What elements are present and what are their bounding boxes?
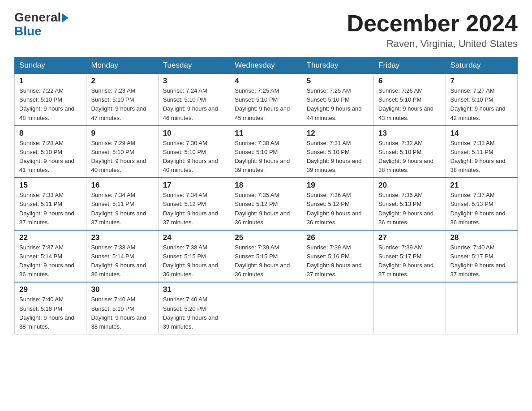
calendar-day-cell: 7Sunrise: 7:27 AMSunset: 5:10 PMDaylight… [446, 74, 517, 126]
day-number: 4 [235, 77, 297, 86]
day-info: Sunrise: 7:40 AMSunset: 5:18 PMDaylight:… [19, 295, 82, 331]
weekday-header-row: SundayMondayTuesdayWednesdayThursdayFrid… [15, 57, 518, 74]
day-info: Sunrise: 7:25 AMSunset: 5:10 PMDaylight:… [307, 86, 369, 123]
day-info: Sunrise: 7:29 AMSunset: 5:10 PMDaylight:… [91, 139, 153, 175]
weekday-header-thursday: Thursday [302, 57, 373, 74]
calendar-day-cell: 11Sunrise: 7:30 AMSunset: 5:10 PMDayligh… [230, 126, 302, 178]
calendar-day-cell: 4Sunrise: 7:25 AMSunset: 5:10 PMDaylight… [230, 74, 302, 126]
calendar-week-row: 8Sunrise: 7:28 AMSunset: 5:10 PMDaylight… [15, 126, 518, 178]
day-number: 1 [19, 77, 82, 86]
day-number: 28 [450, 233, 513, 242]
calendar-day-cell: 5Sunrise: 7:25 AMSunset: 5:10 PMDaylight… [302, 74, 373, 126]
calendar-day-cell: 9Sunrise: 7:29 AMSunset: 5:10 PMDaylight… [86, 126, 158, 178]
day-info: Sunrise: 7:40 AMSunset: 5:19 PMDaylight:… [91, 295, 153, 331]
day-info: Sunrise: 7:24 AMSunset: 5:10 PMDaylight:… [163, 86, 225, 123]
day-number: 12 [307, 129, 369, 138]
day-info: Sunrise: 7:35 AMSunset: 5:12 PMDaylight:… [235, 191, 297, 227]
page-header: General Blue December 2024 Raven, Virgin… [14, 11, 518, 50]
location-title: Raven, Virginia, United States [347, 38, 518, 50]
calendar-day-cell [230, 282, 302, 334]
day-number: 16 [91, 181, 153, 190]
calendar-day-cell [446, 282, 517, 334]
month-title: December 2024 [347, 11, 518, 36]
day-info: Sunrise: 7:37 AMSunset: 5:14 PMDaylight:… [19, 243, 82, 279]
day-info: Sunrise: 7:39 AMSunset: 5:17 PMDaylight:… [378, 243, 441, 279]
day-number: 24 [163, 233, 225, 242]
day-number: 30 [91, 285, 153, 294]
calendar-day-cell: 16Sunrise: 7:34 AMSunset: 5:11 PMDayligh… [86, 178, 158, 230]
day-number: 19 [307, 181, 369, 190]
calendar-day-cell: 19Sunrise: 7:36 AMSunset: 5:12 PMDayligh… [302, 178, 373, 230]
day-number: 10 [163, 129, 225, 138]
calendar-week-row: 15Sunrise: 7:33 AMSunset: 5:11 PMDayligh… [15, 178, 518, 230]
day-info: Sunrise: 7:28 AMSunset: 5:10 PMDaylight:… [19, 139, 82, 175]
calendar-day-cell: 31Sunrise: 7:40 AMSunset: 5:20 PMDayligh… [158, 282, 230, 334]
day-info: Sunrise: 7:23 AMSunset: 5:10 PMDaylight:… [91, 86, 153, 123]
day-number: 7 [450, 77, 513, 86]
calendar-week-row: 22Sunrise: 7:37 AMSunset: 5:14 PMDayligh… [15, 230, 518, 283]
calendar-day-cell: 30Sunrise: 7:40 AMSunset: 5:19 PMDayligh… [86, 282, 158, 334]
day-info: Sunrise: 7:31 AMSunset: 5:10 PMDaylight:… [307, 139, 369, 175]
day-info: Sunrise: 7:25 AMSunset: 5:10 PMDaylight:… [235, 86, 297, 123]
day-number: 31 [163, 285, 225, 294]
calendar-table: SundayMondayTuesdayWednesdayThursdayFrid… [14, 57, 518, 334]
day-info: Sunrise: 7:39 AMSunset: 5:16 PMDaylight:… [307, 243, 369, 279]
day-number: 9 [91, 129, 153, 138]
calendar-day-cell: 25Sunrise: 7:39 AMSunset: 5:15 PMDayligh… [230, 230, 302, 283]
day-number: 15 [19, 181, 82, 190]
weekday-header-tuesday: Tuesday [158, 57, 230, 74]
logo-line2: Blue [14, 25, 42, 39]
calendar-day-cell: 18Sunrise: 7:35 AMSunset: 5:12 PMDayligh… [230, 178, 302, 230]
calendar-day-cell: 12Sunrise: 7:31 AMSunset: 5:10 PMDayligh… [302, 126, 373, 178]
weekday-header-friday: Friday [374, 57, 446, 74]
calendar-week-row: 1Sunrise: 7:22 AMSunset: 5:10 PMDaylight… [15, 74, 518, 126]
day-info: Sunrise: 7:30 AMSunset: 5:10 PMDaylight:… [163, 139, 225, 175]
day-number: 25 [235, 233, 297, 242]
weekday-header-sunday: Sunday [15, 57, 86, 74]
day-info: Sunrise: 7:34 AMSunset: 5:12 PMDaylight:… [163, 191, 225, 227]
day-number: 14 [450, 129, 513, 138]
calendar-day-cell: 3Sunrise: 7:24 AMSunset: 5:10 PMDaylight… [158, 74, 230, 126]
calendar-day-cell: 28Sunrise: 7:40 AMSunset: 5:17 PMDayligh… [446, 230, 517, 283]
day-number: 29 [19, 285, 82, 294]
calendar-day-cell: 13Sunrise: 7:32 AMSunset: 5:10 PMDayligh… [374, 126, 446, 178]
title-block: December 2024 Raven, Virginia, United St… [347, 11, 518, 50]
day-number: 22 [19, 233, 82, 242]
calendar-day-cell: 24Sunrise: 7:38 AMSunset: 5:15 PMDayligh… [158, 230, 230, 283]
day-info: Sunrise: 7:39 AMSunset: 5:15 PMDaylight:… [235, 243, 297, 279]
logo-line1: General [14, 11, 69, 25]
calendar-day-cell: 23Sunrise: 7:38 AMSunset: 5:14 PMDayligh… [86, 230, 158, 283]
calendar-day-cell: 1Sunrise: 7:22 AMSunset: 5:10 PMDaylight… [15, 74, 86, 126]
day-number: 3 [163, 77, 225, 86]
calendar-day-cell: 20Sunrise: 7:36 AMSunset: 5:13 PMDayligh… [374, 178, 446, 230]
day-info: Sunrise: 7:38 AMSunset: 5:14 PMDaylight:… [91, 243, 153, 279]
logo: General Blue [14, 11, 69, 39]
calendar-day-cell: 6Sunrise: 7:26 AMSunset: 5:10 PMDaylight… [374, 74, 446, 126]
day-number: 2 [91, 77, 153, 86]
calendar-week-row: 29Sunrise: 7:40 AMSunset: 5:18 PMDayligh… [15, 282, 518, 334]
calendar-day-cell: 14Sunrise: 7:33 AMSunset: 5:11 PMDayligh… [446, 126, 517, 178]
day-number: 27 [378, 233, 441, 242]
calendar-day-cell: 17Sunrise: 7:34 AMSunset: 5:12 PMDayligh… [158, 178, 230, 230]
day-info: Sunrise: 7:27 AMSunset: 5:10 PMDaylight:… [450, 86, 513, 123]
day-number: 11 [235, 129, 297, 138]
calendar-day-cell: 2Sunrise: 7:23 AMSunset: 5:10 PMDaylight… [86, 74, 158, 126]
weekday-header-monday: Monday [86, 57, 158, 74]
weekday-header-saturday: Saturday [446, 57, 517, 74]
day-info: Sunrise: 7:22 AMSunset: 5:10 PMDaylight:… [19, 86, 82, 123]
day-info: Sunrise: 7:40 AMSunset: 5:17 PMDaylight:… [450, 243, 513, 279]
calendar-day-cell: 15Sunrise: 7:33 AMSunset: 5:11 PMDayligh… [15, 178, 86, 230]
day-info: Sunrise: 7:37 AMSunset: 5:13 PMDaylight:… [450, 191, 513, 227]
calendar-day-cell: 29Sunrise: 7:40 AMSunset: 5:18 PMDayligh… [15, 282, 86, 334]
calendar-day-cell: 8Sunrise: 7:28 AMSunset: 5:10 PMDaylight… [15, 126, 86, 178]
day-number: 8 [19, 129, 82, 138]
day-info: Sunrise: 7:38 AMSunset: 5:15 PMDaylight:… [163, 243, 225, 279]
calendar-day-cell: 10Sunrise: 7:30 AMSunset: 5:10 PMDayligh… [158, 126, 230, 178]
day-info: Sunrise: 7:33 AMSunset: 5:11 PMDaylight:… [450, 139, 513, 175]
day-info: Sunrise: 7:26 AMSunset: 5:10 PMDaylight:… [378, 86, 441, 123]
calendar-day-cell: 21Sunrise: 7:37 AMSunset: 5:13 PMDayligh… [446, 178, 517, 230]
calendar-day-cell: 22Sunrise: 7:37 AMSunset: 5:14 PMDayligh… [15, 230, 86, 283]
day-number: 21 [450, 181, 513, 190]
day-number: 26 [307, 233, 369, 242]
day-info: Sunrise: 7:33 AMSunset: 5:11 PMDaylight:… [19, 191, 82, 227]
